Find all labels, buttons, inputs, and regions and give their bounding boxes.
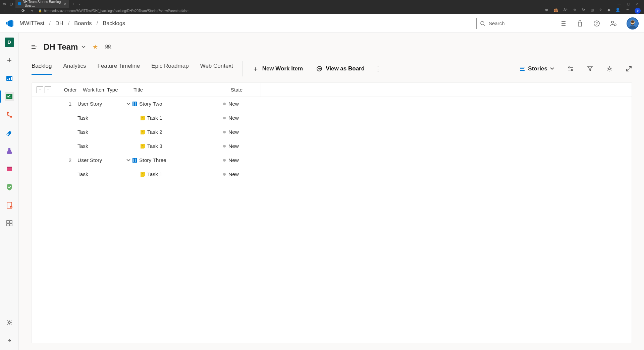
favicon-icon (18, 2, 21, 5)
forward-button: → (12, 8, 17, 13)
close-window-icon[interactable]: ✕ (636, 2, 639, 6)
refresh-button[interactable]: ⟳ (21, 8, 25, 13)
new-tab-button[interactable]: ＋ (72, 1, 76, 7)
browser-chrome: ▭ ▢ DH Team Stories Backlog - Boar… ✕ ＋ … (0, 0, 644, 14)
back-button[interactable]: ← (3, 8, 8, 13)
close-tab-icon[interactable]: ✕ (64, 2, 66, 6)
lock-icon: 🔒 (38, 9, 42, 12)
bing-icon[interactable]: b (635, 8, 641, 14)
collections-icon[interactable]: ✧ (599, 8, 602, 14)
read-aloud-icon[interactable]: A⁺ (564, 8, 568, 14)
shopping-icon[interactable]: 👜 (553, 8, 558, 14)
favorite-icon[interactable]: ☆ (573, 8, 577, 14)
more-icon[interactable]: ⋯ (626, 8, 629, 14)
tab-group-icon[interactable]: ▢ (10, 2, 13, 6)
sync-icon[interactable]: ↻ (582, 8, 585, 14)
extension-icon[interactable]: ◆ (607, 8, 610, 14)
profile-icon[interactable]: 👤 (615, 8, 620, 14)
tab-chevron-icon[interactable]: ⌄ (78, 2, 81, 5)
maximize-window-icon[interactable]: ▢ (627, 2, 630, 6)
url-text: https://dev.azure.com/MWITTest/DH/_backl… (44, 9, 189, 13)
tab-title: DH Team Stories Backlog - Boar… (23, 0, 62, 7)
browser-tab[interactable]: DH Team Stories Backlog - Boar… ✕ (15, 0, 69, 8)
address-bar[interactable]: 🔒 https://dev.azure.com/MWITTest/DH/_bac… (38, 9, 541, 13)
tab-actions-icon[interactable]: ▭ (3, 2, 6, 6)
zoom-icon[interactable]: ⊕ (545, 8, 548, 14)
home-button[interactable]: ⌂ (30, 8, 34, 13)
minimize-window-icon[interactable]: — (618, 2, 621, 6)
split-icon[interactable]: ▥ (590, 8, 594, 14)
